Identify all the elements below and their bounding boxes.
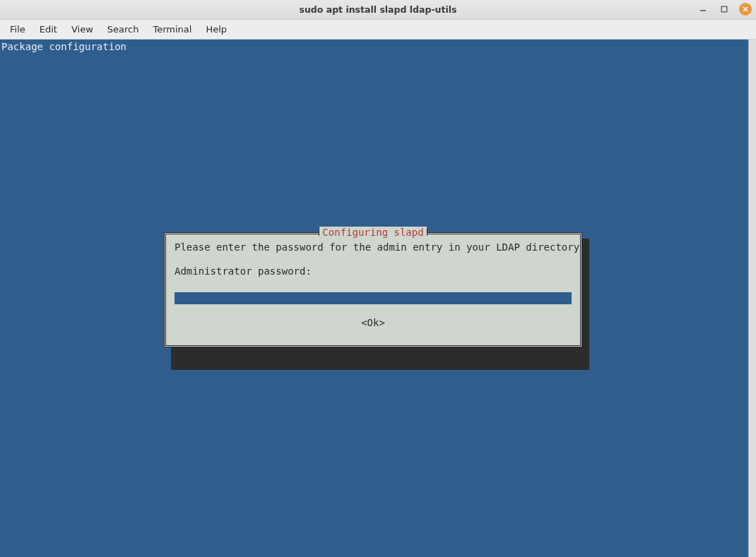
svg-rect-1: [721, 6, 727, 12]
dialog-title-row: Configuring slapd: [166, 227, 580, 238]
window-controls: [697, 3, 752, 16]
dialog-message: Please enter the password for the admin …: [175, 241, 572, 253]
admin-password-input[interactable]: [175, 292, 572, 304]
dialog-password-label: Administrator password:: [175, 265, 572, 277]
menu-search[interactable]: Search: [100, 21, 146, 37]
config-dialog: Configuring slapd Please enter the passw…: [164, 232, 582, 347]
close-button[interactable]: [739, 3, 752, 16]
window-title-bar: sudo apt install slapd ldap-utils: [0, 0, 756, 20]
maximize-button[interactable]: [718, 3, 731, 16]
menu-file[interactable]: File: [3, 21, 33, 37]
minimize-button[interactable]: [697, 3, 709, 16]
ok-button[interactable]: <Ok>: [175, 317, 572, 328]
menu-help[interactable]: Help: [199, 21, 234, 37]
terminal-viewport[interactable]: Package configuration Configuring slapd …: [0, 40, 748, 557]
menu-edit[interactable]: Edit: [33, 21, 64, 37]
config-dialog-inner: Configuring slapd Please enter the passw…: [165, 234, 581, 346]
vertical-scrollbar[interactable]: [748, 40, 756, 557]
dialog-title: Configuring slapd: [319, 227, 426, 238]
menu-bar: File Edit View Search Terminal Help: [0, 20, 756, 40]
menu-terminal[interactable]: Terminal: [146, 21, 199, 37]
terminal-header-text: Package configuration: [1, 41, 126, 52]
menu-view[interactable]: View: [64, 21, 100, 37]
terminal-area: Package configuration Configuring slapd …: [0, 40, 756, 557]
window-title: sudo apt install slapd ldap-utils: [300, 4, 457, 15]
